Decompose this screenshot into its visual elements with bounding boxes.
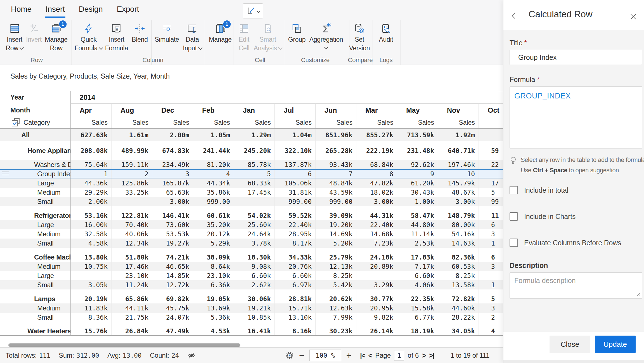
table-cell[interactable]: 6.97k [275, 280, 316, 289]
close-button[interactable]: Close [550, 336, 590, 353]
table-cell[interactable]: 18.19k [397, 327, 438, 335]
table-cell[interactable]: 47.82k [356, 178, 397, 188]
table-cell[interactable]: 145.79k [438, 178, 479, 188]
table-cell[interactable]: 5 [234, 170, 275, 178]
month-header-cell[interactable]: Jul [275, 104, 316, 117]
table-cell[interactable]: 30.77k [356, 294, 397, 303]
table-cell[interactable]: 25.79k [316, 253, 356, 262]
measure-header-cell[interactable] [479, 117, 503, 128]
row-label[interactable]: Medium [0, 229, 71, 239]
measure-header-cell[interactable]: Sales [152, 117, 193, 128]
table-cell[interactable]: 59.52k [275, 211, 316, 220]
row-label[interactable]: Small [0, 239, 71, 248]
table-cell[interactable]: 7.23k [356, 239, 397, 248]
table-row-group-index[interactable]: Group Index12345678910 [0, 169, 503, 178]
first-page-button[interactable]: |< [360, 352, 365, 360]
table-cell[interactable]: 30.06k [234, 294, 275, 303]
table-cell[interactable]: 5.20k [316, 239, 356, 248]
table-cell[interactable]: 30.43k [397, 188, 438, 197]
table-cell[interactable]: 47.49k [152, 327, 193, 335]
table-cell[interactable]: 1.29m [234, 129, 275, 141]
table-cell[interactable]: 16.00k [71, 220, 112, 229]
table-cell[interactable]: 80.00k [438, 220, 479, 229]
table-row[interactable]: Lamps20.19k65.86k69.82k19.05k30.06k28.81… [0, 294, 503, 303]
table-cell[interactable]: 1 [71, 170, 112, 178]
table-cell[interactable]: 999.00 [275, 197, 316, 206]
table-cell[interactable]: 14.69k [316, 229, 356, 239]
table-cell[interactable]: 165.87k [152, 178, 193, 188]
table-cell[interactable]: 22.35k [397, 294, 438, 303]
table-cell[interactable]: 489.99k [112, 146, 152, 155]
table-row[interactable]: Small4.58k12.34k19.27k5.29k3.78k8.17k5.2… [0, 239, 503, 248]
table-cell[interactable]: 265.28k [316, 146, 356, 155]
month-header-cell[interactable]: May [397, 104, 438, 117]
table-cell[interactable]: 11.14k [397, 229, 438, 239]
month-header-cell[interactable]: Oct [479, 104, 503, 117]
month-header-cell[interactable]: Jun [316, 104, 356, 117]
table-cell[interactable]: 6 [479, 253, 503, 262]
table-row[interactable]: Medium29.29k33.25k65.63k35.86k17.45k31.8… [0, 188, 503, 197]
table-cell[interactable]: 14.63k [438, 239, 479, 248]
table-row[interactable]: Home Applian…208.08k489.99k674.83k241.44… [0, 146, 503, 155]
table-row[interactable]: Large23.10k14.85k23.10k6.60k6.60k8.25k6.… [0, 271, 503, 280]
tab-design[interactable]: Design [78, 1, 103, 18]
table-cell[interactable]: 19.05k [193, 294, 234, 303]
measure-header-cell[interactable]: Sales [234, 117, 275, 128]
table-cell[interactable]: 146.41k [152, 211, 193, 220]
table-cell[interactable] [479, 170, 503, 178]
blend-button[interactable]: Blend [132, 22, 148, 44]
table-cell[interactable]: 48.84k [316, 178, 356, 188]
table-cell[interactable]: 31.81k [275, 188, 316, 197]
row-label[interactable]: Medium [0, 303, 71, 313]
title-input[interactable] [510, 50, 642, 65]
table-cell[interactable]: 2.00k [71, 197, 112, 206]
table-cell[interactable]: 5.36k [193, 313, 234, 322]
table-cell[interactable]: 44.36k [71, 178, 112, 188]
table-cell[interactable]: 81.20k [193, 160, 234, 169]
table-cell[interactable]: 17.46k [112, 262, 152, 271]
month-header-cell[interactable]: Apr [71, 104, 112, 117]
tab-export[interactable]: Export [116, 1, 140, 18]
table-row[interactable]: Refrigerators53.16k122.81k146.41k60.61k5… [0, 211, 503, 220]
table-cell[interactable]: 11 [479, 211, 503, 220]
row-label[interactable]: Coffee Machi… [0, 253, 71, 262]
table-cell[interactable]: 69.82k [152, 294, 193, 303]
table-cell[interactable]: 3.00k [356, 197, 397, 206]
table-cell[interactable]: 8.64k [193, 262, 234, 271]
table-cell[interactable]: 1.92m [438, 129, 479, 141]
table-cell[interactable]: 59 [479, 146, 503, 155]
table-cell[interactable]: 148.79k [438, 211, 479, 220]
table-cell[interactable]: 19.20k [316, 220, 356, 229]
table-cell[interactable]: 35.86k [193, 188, 234, 197]
invert-button[interactable]: Invert [26, 22, 42, 44]
next-page-button[interactable]: > [422, 352, 426, 360]
table-cell[interactable]: 713.59k [397, 129, 438, 141]
table-cell[interactable]: 208.08k [71, 146, 112, 155]
description-input[interactable] [510, 272, 642, 299]
table-row[interactable]: Medium32.58k40.06k53.53k20.12k24.64k28.9… [0, 229, 503, 239]
table-cell[interactable]: 5.29k [193, 239, 234, 248]
month-header-cell[interactable]: Dec [152, 104, 193, 117]
table-cell[interactable]: 28.22k [438, 313, 479, 322]
table-cell[interactable]: 6 [479, 220, 503, 229]
table-cell[interactable]: 45.75k [152, 303, 193, 313]
table-cell[interactable]: 43.59k [316, 188, 356, 197]
table-cell[interactable]: 13.10k [275, 313, 316, 322]
table-cell[interactable]: 197.46k [438, 160, 479, 169]
table-cell[interactable]: 13.80k [71, 253, 112, 262]
table-cell[interactable]: 8.36k [71, 313, 112, 322]
table-cell[interactable]: 7 [316, 170, 356, 178]
row-label[interactable]: Washers & Dr… [0, 160, 71, 169]
tab-insert[interactable]: Insert [45, 1, 65, 18]
zoom-in-button[interactable]: + [346, 351, 352, 360]
table-cell[interactable]: 34.05k [438, 327, 479, 335]
month-header-cell[interactable]: Jan [234, 104, 275, 117]
table-cell[interactable]: 28.95k [275, 229, 316, 239]
table-cell[interactable]: 241.44k [193, 146, 234, 155]
month-header-cell[interactable]: Feb [193, 104, 234, 117]
table-row[interactable]: Large16.00k70.40k73.60k35.20k25.60k22.40… [0, 220, 503, 229]
measure-header-cell[interactable]: Sales [356, 117, 397, 128]
year-value[interactable]: 2014 [71, 91, 503, 104]
table-row[interactable]: All627.63k1.61m2.00m1.05m1.29m1.04m851.9… [0, 129, 503, 141]
month-header-cell[interactable]: Nov [438, 104, 479, 117]
